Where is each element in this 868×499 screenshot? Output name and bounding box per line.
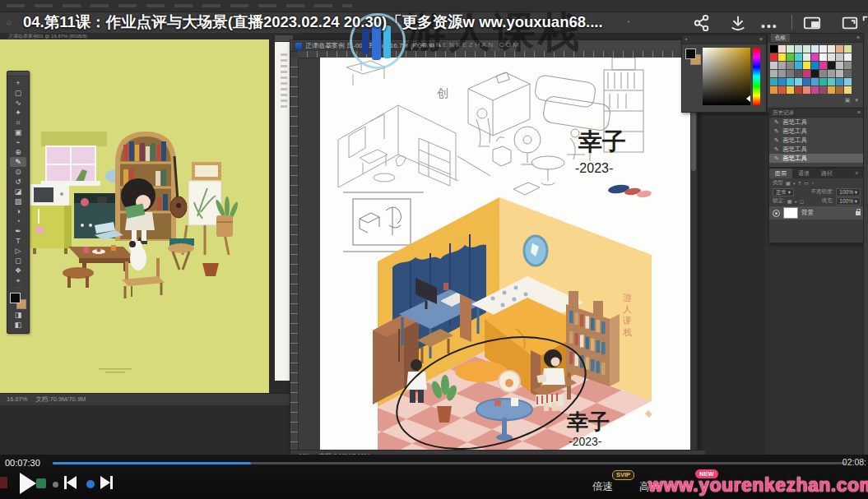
filter-pixel-icon[interactable]: ▦ <box>786 180 791 186</box>
tool-path-select[interactable]: ▷ <box>10 246 26 256</box>
tool-shape[interactable]: ◻ <box>10 256 26 266</box>
swatch[interactable] <box>770 86 777 94</box>
history-item[interactable]: ✎画笔工具 <box>769 154 864 163</box>
hue-slider[interactable] <box>753 48 760 105</box>
lock-all-icon[interactable]: ◻ <box>800 198 804 204</box>
swatch[interactable] <box>770 45 777 53</box>
swatch[interactable] <box>811 45 819 53</box>
swatch[interactable] <box>770 62 777 69</box>
swatch[interactable] <box>795 62 802 69</box>
play-button[interactable] <box>20 473 36 494</box>
swatch[interactable] <box>770 78 777 85</box>
right-doc-scrollbar[interactable] <box>690 58 697 450</box>
swatch[interactable] <box>811 86 819 94</box>
tool-lasso[interactable]: ∿ <box>10 98 26 108</box>
prev-button[interactable] <box>64 476 77 489</box>
swatch[interactable] <box>795 86 802 94</box>
tool-brush[interactable]: ✎ <box>10 157 26 167</box>
swatch[interactable] <box>844 70 852 77</box>
blend-mode-select[interactable]: 正常 ▾ <box>773 188 794 196</box>
lock-position-icon[interactable]: + <box>794 199 797 204</box>
history-item[interactable]: ✎画笔工具 <box>769 136 864 145</box>
swatch[interactable] <box>811 53 819 61</box>
swatch[interactable] <box>836 45 843 53</box>
swatch[interactable] <box>811 62 819 69</box>
fullscreen-icon[interactable] <box>861 14 868 32</box>
quick-mask-button[interactable]: ◨ <box>10 310 26 320</box>
swatch[interactable] <box>811 78 819 85</box>
swatch[interactable] <box>787 45 794 53</box>
swatch[interactable] <box>803 53 810 61</box>
swatch[interactable] <box>819 53 827 61</box>
tool-eraser[interactable]: ◪ <box>10 187 26 196</box>
swatch[interactable] <box>787 86 794 94</box>
fill-value[interactable]: 100% ▾ <box>836 197 861 206</box>
filter-shape-icon[interactable]: ▭ <box>804 180 809 186</box>
swatch[interactable] <box>787 53 794 61</box>
collapsed-dock-strip[interactable] <box>863 33 868 456</box>
swatch[interactable] <box>819 45 827 53</box>
swatch[interactable] <box>836 78 843 85</box>
tab-layers[interactable]: 图层 <box>769 169 792 178</box>
swatch[interactable] <box>778 62 786 69</box>
progress-track[interactable] <box>53 462 846 464</box>
swatch[interactable] <box>795 78 802 85</box>
swatch[interactable] <box>770 70 777 77</box>
tool-magic-wand[interactable]: ✦ <box>10 108 26 118</box>
more-options-icon[interactable]: ••• <box>761 20 778 33</box>
screen-mode-button[interactable]: ◧ <box>10 320 26 330</box>
swatch[interactable] <box>828 70 835 77</box>
swatch[interactable] <box>770 53 777 61</box>
tool-hand[interactable]: ❖ <box>10 266 26 275</box>
fg-color-well[interactable] <box>685 49 696 59</box>
swatch[interactable] <box>819 86 827 94</box>
swatch[interactable] <box>844 78 852 85</box>
swatch[interactable] <box>803 45 810 53</box>
swatch[interactable] <box>828 78 835 85</box>
tool-gradient[interactable]: ▨ <box>10 196 26 206</box>
swatch[interactable] <box>819 62 827 69</box>
lock-transparent-icon[interactable]: ▦ <box>787 198 792 204</box>
panel-menu-icon[interactable]: ≡ <box>857 109 861 117</box>
swatch[interactable] <box>803 78 810 85</box>
tool-clone-stamp[interactable]: ⊙ <box>10 167 26 177</box>
swatch[interactable] <box>803 62 810 69</box>
swatch[interactable] <box>778 86 786 94</box>
swatch[interactable] <box>828 53 835 61</box>
foreground-color-chip[interactable] <box>10 293 21 303</box>
tool-crop[interactable]: ⌗ <box>10 118 26 127</box>
saturation-brightness-field[interactable] <box>703 48 750 105</box>
delete-swatch-icon[interactable]: ▾ <box>855 97 858 104</box>
swatch[interactable] <box>844 45 852 53</box>
swatch[interactable] <box>844 53 852 61</box>
swatch[interactable] <box>795 70 802 77</box>
tool-move[interactable]: + <box>10 78 26 88</box>
color-chips[interactable] <box>10 293 26 309</box>
swatch[interactable] <box>795 53 802 61</box>
tool-eyedropper[interactable]: ⌁ <box>10 137 26 147</box>
next-button[interactable] <box>100 476 113 489</box>
filter-smart-icon[interactable]: ◔ <box>811 181 815 186</box>
panel-grip[interactable]: ▪ <box>685 35 687 44</box>
swatch[interactable] <box>778 53 786 61</box>
tool-dodge[interactable]: ◔ <box>10 216 26 226</box>
swatch[interactable] <box>828 45 835 53</box>
swatch[interactable] <box>778 70 786 77</box>
panel-menu-icon[interactable]: ≡ <box>849 169 864 178</box>
swatches-tab[interactable]: 色板 <box>771 34 790 42</box>
tool-history-brush[interactable]: ↺ <box>10 177 26 187</box>
tool-type[interactable]: T <box>10 236 26 246</box>
history-item[interactable]: ✎画笔工具 <box>769 118 864 127</box>
swatch[interactable] <box>803 70 810 77</box>
download-icon[interactable] <box>729 14 747 32</box>
swatch[interactable] <box>844 86 852 94</box>
tab-paths[interactable]: 路径 <box>815 169 838 178</box>
pip-icon[interactable] <box>803 14 821 32</box>
tool-healing-brush[interactable]: ⊕ <box>10 147 26 157</box>
layer-row-background[interactable]: 背景 <box>769 206 864 219</box>
swatch[interactable] <box>828 62 835 69</box>
share-icon[interactable] <box>693 14 711 32</box>
swatch[interactable] <box>844 62 852 69</box>
swatch[interactable] <box>828 86 835 94</box>
swatch[interactable] <box>819 78 827 85</box>
